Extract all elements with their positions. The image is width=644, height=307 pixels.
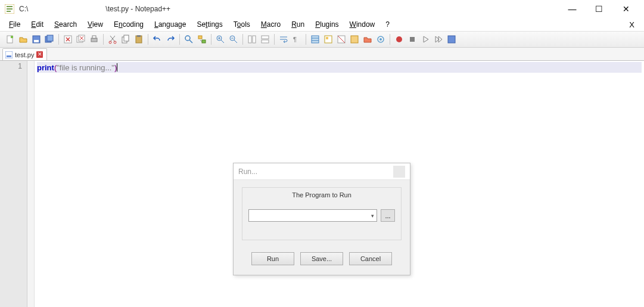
zoom-in-icon[interactable]	[215, 34, 226, 45]
save-macro-icon[interactable]	[446, 34, 457, 45]
func-list-icon[interactable]	[349, 34, 360, 45]
monitor-icon[interactable]	[375, 34, 386, 45]
chevron-down-icon: ▾	[371, 213, 374, 219]
dialog-close-button[interactable]	[393, 166, 405, 178]
udl-icon[interactable]	[323, 34, 334, 45]
undo-icon[interactable]	[152, 34, 163, 45]
print-icon[interactable]	[89, 34, 99, 45]
tab-label: test.py	[15, 51, 34, 58]
svg-rect-5	[11, 36, 13, 38]
new-file-icon[interactable]	[5, 34, 15, 45]
svg-rect-22	[198, 36, 202, 39]
svg-rect-23	[202, 40, 206, 43]
copy-icon[interactable]	[120, 34, 131, 45]
close-window-button[interactable]: ✕	[612, 0, 639, 18]
svg-rect-1	[7, 6, 13, 7]
sync-v-icon[interactable]	[247, 34, 257, 45]
folder-icon[interactable]	[362, 34, 373, 45]
svg-rect-39	[410, 37, 415, 42]
open-file-icon[interactable]	[18, 34, 29, 45]
tab-test-py[interactable]: test.py ✕	[2, 48, 47, 60]
sync-h-icon[interactable]	[260, 34, 270, 45]
menu-file[interactable]: File	[4, 19, 26, 30]
svg-point-38	[396, 36, 402, 42]
svg-rect-14	[92, 36, 96, 38]
svg-rect-31	[312, 36, 319, 43]
svg-rect-27	[253, 36, 256, 43]
menu-window[interactable]: Window	[344, 19, 381, 30]
menu-run[interactable]: Run	[286, 19, 310, 30]
find-icon[interactable]	[183, 34, 194, 45]
wordwrap-icon[interactable]	[278, 34, 289, 45]
save-all-icon[interactable]	[44, 34, 55, 45]
menu-tools[interactable]: Tools	[228, 19, 256, 30]
svg-rect-41	[5, 51, 13, 58]
svg-rect-2	[7, 8, 13, 10]
menu-macro[interactable]: Macro	[256, 19, 286, 30]
cut-icon[interactable]	[107, 34, 118, 45]
dialog-titlebar: Run...	[234, 163, 410, 180]
svg-point-21	[185, 36, 190, 41]
save-icon[interactable]	[31, 34, 42, 45]
menu-search[interactable]: Search	[49, 19, 82, 30]
caret	[117, 63, 117, 72]
zoom-out-icon[interactable]	[228, 34, 239, 45]
token-keyword: print	[37, 63, 54, 72]
paste-icon[interactable]	[133, 34, 144, 45]
close-file-icon[interactable]	[63, 34, 73, 45]
program-group: The Program to Run ▾ ...	[242, 187, 402, 240]
gutter: 1	[0, 61, 27, 307]
record-icon[interactable]	[394, 34, 405, 45]
program-combobox[interactable]: ▾	[248, 209, 377, 222]
token-string: "file is running..."	[57, 63, 114, 72]
maximize-button[interactable]: ☐	[586, 0, 612, 18]
svg-rect-9	[47, 35, 53, 41]
minimize-button[interactable]: —	[559, 0, 586, 18]
save-button[interactable]: Save...	[300, 252, 343, 265]
svg-rect-33	[326, 37, 328, 39]
svg-rect-29	[262, 40, 269, 43]
replace-icon[interactable]	[197, 34, 207, 45]
menu-settings[interactable]: Settings	[191, 19, 228, 30]
menu-close-x[interactable]: X	[623, 19, 640, 30]
menu-help[interactable]: ?	[380, 19, 395, 30]
redo-icon[interactable]	[165, 34, 176, 45]
svg-rect-35	[351, 36, 358, 43]
menu-edit[interactable]: Edit	[26, 19, 49, 30]
svg-rect-3	[7, 11, 11, 12]
svg-rect-13	[91, 38, 97, 42]
titlebar: C:\ \test.py - Notepad++ — ☐ ✕	[0, 0, 644, 18]
line-number: 1	[0, 62, 22, 70]
cancel-button[interactable]: Cancel	[349, 252, 392, 265]
svg-rect-18	[124, 35, 129, 41]
svg-rect-7	[34, 40, 39, 42]
svg-rect-40	[448, 36, 455, 43]
show-chars-icon[interactable]: ¶	[291, 34, 302, 45]
indent-guide-icon[interactable]	[310, 34, 321, 45]
menu-language[interactable]: Language	[149, 19, 191, 30]
svg-rect-28	[262, 36, 269, 39]
fold-margin	[27, 61, 35, 307]
toolbar: ¶	[0, 31, 644, 48]
menu-encoding[interactable]: Encoding	[108, 19, 149, 30]
menu-view[interactable]: View	[82, 19, 108, 30]
svg-point-37	[379, 38, 382, 41]
play-icon[interactable]	[420, 34, 431, 45]
menubar: File Edit Search View Encoding Language …	[0, 18, 644, 31]
close-all-icon[interactable]	[76, 34, 86, 45]
code-line-1: print("file is running...")	[37, 62, 642, 73]
run-button[interactable]: Run	[251, 252, 294, 265]
svg-text:¶: ¶	[293, 36, 297, 43]
group-label: The Program to Run	[248, 191, 395, 199]
tabbar: test.py ✕	[0, 48, 644, 61]
stop-icon[interactable]	[407, 34, 418, 45]
app-icon	[5, 4, 14, 14]
tab-close-icon[interactable]: ✕	[36, 51, 43, 58]
file-icon	[5, 51, 13, 58]
play-multi-icon[interactable]	[433, 34, 444, 45]
svg-rect-26	[248, 36, 251, 43]
doc-map-icon[interactable]	[336, 34, 347, 45]
menu-plugins[interactable]: Plugins	[310, 19, 344, 30]
browse-button[interactable]: ...	[381, 209, 395, 222]
dialog-title: Run...	[238, 168, 257, 176]
